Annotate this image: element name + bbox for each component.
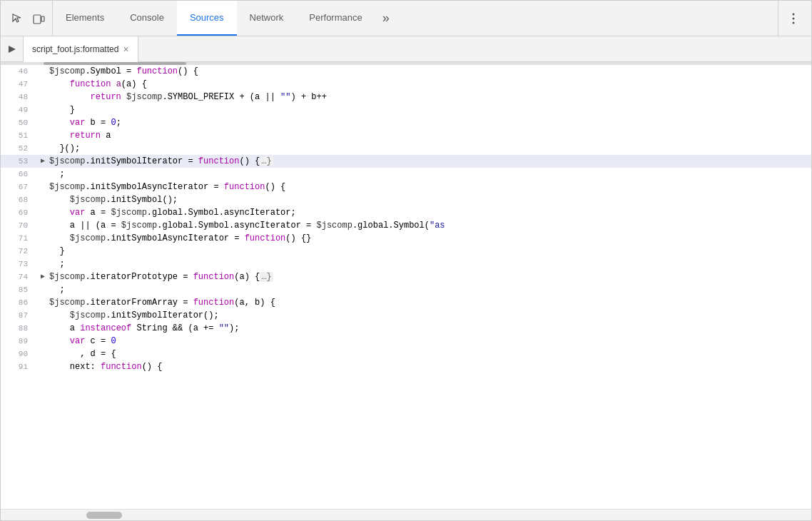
tab-elements[interactable]: Elements [53,1,117,36]
devtools-settings-icon[interactable] [786,11,801,26]
line-code: a instanceof String && (a += ""); [49,322,811,335]
table-row: 87 $jscomp.initSymbolIterator(); [1,309,811,322]
line-code: ; [49,283,811,296]
line-code: return $jscomp.SYMBOL_PREFIX + (a || "")… [49,91,811,103]
device-toggle-icon[interactable] [31,11,46,26]
table-row: 50 var b = 0; [1,116,811,129]
line-code: a || (a = $jscomp.global.Symbol.asyncIte… [49,219,811,232]
table-row: 52 }(); [1,142,811,155]
table-row: 72 } [1,245,811,258]
line-code: $jscomp.iteratorPrototype = function(a) … [49,270,811,283]
top-tab-bar: Elements Console Sources Network Perform… [1,1,811,36]
file-tab-close[interactable]: × [123,44,128,54]
svg-rect-1 [41,16,44,21]
table-row: 73 ; [1,258,811,270]
table-row: 74▶$jscomp.iteratorPrototype = function(… [1,270,811,283]
table-row: 68 $jscomp.initSymbol(); [1,193,811,206]
table-row: 49 } [1,103,811,116]
table-row: 90 , d = { [1,348,811,360]
select-element-icon[interactable] [9,11,25,26]
line-number: 51 [1,129,36,142]
line-code: $jscomp.initSymbolAsyncIterator = functi… [49,232,811,245]
line-number: 67 [1,181,36,193]
line-code: return a [49,129,811,142]
line-number: 70 [1,219,36,232]
line-code: var b = 0; [49,116,811,129]
table-row: 71 $jscomp.initSymbolAsyncIterator = fun… [1,232,811,245]
line-code: next: function() { [49,360,811,373]
file-tab-bar: script_foot.js:formatted × [1,36,811,62]
line-number: 50 [1,116,36,129]
line-number: 74 [1,270,36,283]
line-code: var a = $jscomp.global.Symbol.asyncItera… [49,206,811,219]
line-number: 52 [1,142,36,155]
table-row: 66 ; [1,168,811,181]
svg-rect-0 [34,15,41,24]
table-row: 86$jscomp.iteratorFromArray = function(a… [1,296,811,309]
line-number: 46 [1,65,36,78]
line-number: 69 [1,206,36,219]
horizontal-scroll-thumb[interactable] [86,512,122,519]
line-number: 47 [1,78,36,91]
line-code: $jscomp.initSymbol(); [49,193,811,206]
line-number: 87 [1,309,36,322]
line-collapse-arrow[interactable]: ▶ [36,155,49,168]
line-code: $jscomp.Symbol = function() { [49,65,811,78]
line-number: 89 [1,335,36,348]
line-number: 71 [1,232,36,245]
file-tab-name: script_foot.js:formatted [32,44,118,54]
line-number: 91 [1,360,36,373]
line-number: 88 [1,322,36,335]
table-row: 85 ; [1,283,811,296]
line-number: 86 [1,296,36,309]
devtools-window: Elements Console Sources Network Perform… [0,0,812,521]
svg-marker-5 [9,46,16,53]
line-code: ; [49,258,811,270]
line-code: , d = { [49,348,811,360]
line-code: $jscomp.initSymbolIterator = function() … [49,155,811,168]
line-code: ; [49,168,811,181]
code-area: 46$jscomp.Symbol = function() {47 functi… [1,65,811,509]
bottom-scrollbar[interactable] [1,509,811,520]
table-row: 70 a || (a = $jscomp.global.Symbol.async… [1,219,811,232]
line-code: function a(a) { [49,78,811,91]
table-row: 67$jscomp.initSymbolAsyncIterator = func… [1,181,811,193]
line-code: $jscomp.initSymbolAsyncIterator = functi… [49,181,811,193]
line-code: var c = 0 [49,335,811,348]
main-tab-list: Elements Console Sources Network Perform… [53,1,778,36]
line-number: 49 [1,103,36,116]
tab-sources[interactable]: Sources [177,1,237,36]
table-row: 89 var c = 0 [1,335,811,348]
tab-performance[interactable]: Performance [296,1,375,36]
svg-point-4 [793,21,795,24]
code-content: 46$jscomp.Symbol = function() {47 functi… [1,65,811,509]
line-number: 53 [1,155,36,168]
table-row: 46$jscomp.Symbol = function() { [1,65,811,78]
line-code: } [49,245,811,258]
table-row: 69 var a = $jscomp.global.Symbol.asyncIt… [1,206,811,219]
table-row: 48 return $jscomp.SYMBOL_PREFIX + (a || … [1,91,811,103]
tab-network[interactable]: Network [237,1,297,36]
table-row: 51 return a [1,129,811,142]
table-row: 91 next: function() { [1,360,811,373]
line-number: 66 [1,168,36,181]
svg-point-3 [793,17,795,19]
line-number: 73 [1,258,36,270]
line-code: }(); [49,142,811,155]
svg-point-2 [793,13,795,15]
line-number: 48 [1,91,36,103]
file-tab-script[interactable]: script_foot.js:formatted × [24,36,138,62]
tab-bar-right-icons [778,1,808,36]
line-code: } [49,103,811,116]
line-number: 68 [1,193,36,206]
line-number: 85 [1,283,36,296]
line-code: $jscomp.initSymbolIterator(); [49,309,811,322]
file-navigator-icon[interactable] [1,36,24,62]
more-tabs-button[interactable]: » [375,1,397,36]
table-row: 47 function a(a) { [1,78,811,91]
tab-console[interactable]: Console [117,1,177,36]
line-code: $jscomp.iteratorFromArray = function(a, … [49,296,811,309]
line-collapse-arrow[interactable]: ▶ [36,270,49,283]
table-row: 53▶$jscomp.initSymbolIterator = function… [1,155,811,168]
line-number: 72 [1,245,36,258]
